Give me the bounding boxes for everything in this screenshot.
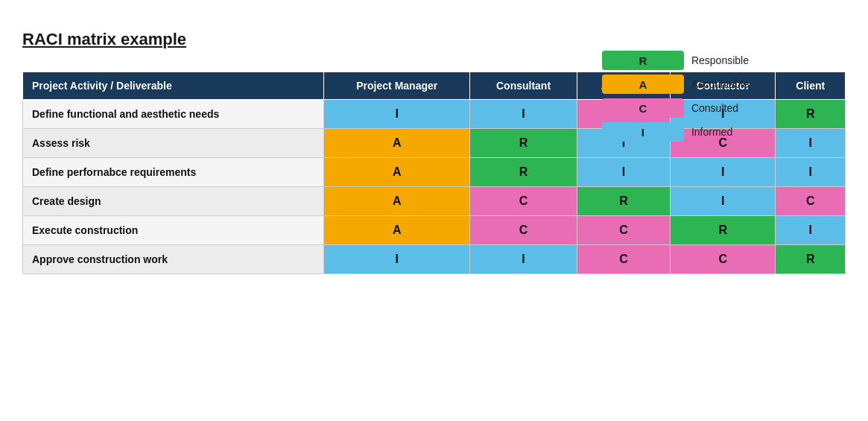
- activity-cell-4: Execute construction: [23, 216, 324, 245]
- legend: RResponsibleAAccountableCConsultedIInfor…: [602, 51, 749, 142]
- activity-cell-3: Create design: [23, 187, 324, 216]
- raci-cell-r5-c0: I: [324, 245, 470, 274]
- raci-cell-r3-c1: C: [470, 187, 577, 216]
- raci-cell-r2-c4: I: [776, 158, 846, 187]
- legend-item-a: AAccountable: [602, 75, 749, 94]
- raci-cell-r3-c4: C: [776, 187, 846, 216]
- raci-cell-r0-c4: R: [776, 100, 846, 129]
- activity-cell-5: Approve construction work: [23, 245, 324, 274]
- legend-label-i: Informed: [691, 126, 732, 138]
- legend-item-r: RResponsible: [602, 51, 749, 70]
- activity-cell-0: Define functional and aesthetic needs: [23, 100, 324, 129]
- col-header-2: Consultant: [470, 72, 577, 100]
- raci-cell-r3-c0: A: [324, 187, 470, 216]
- raci-cell-r5-c1: I: [470, 245, 577, 274]
- activity-cell-2: Define perfornabce requirements: [23, 158, 324, 187]
- activity-cell-1: Assess risk: [23, 129, 324, 158]
- legend-item-i: IInformed: [602, 122, 749, 142]
- raci-cell-r4-c2: C: [577, 216, 670, 245]
- raci-cell-r5-c2: C: [577, 245, 670, 274]
- raci-cell-r2-c3: I: [671, 158, 776, 187]
- raci-cell-r5-c3: C: [671, 245, 776, 274]
- raci-cell-r2-c2: I: [577, 158, 670, 187]
- legend-badge-r: R: [602, 51, 684, 70]
- raci-cell-r0-c1: I: [470, 100, 577, 129]
- table-row: Execute constructionACCRI: [23, 216, 846, 245]
- raci-cell-r1-c1: R: [470, 129, 577, 158]
- col-header-5: Client: [776, 72, 846, 100]
- raci-cell-r5-c4: R: [776, 245, 846, 274]
- raci-cell-r2-c1: R: [470, 158, 577, 187]
- legend-label-c: Consulted: [691, 102, 738, 114]
- page-title: RACI matrix example: [22, 30, 846, 49]
- legend-badge-i: I: [602, 122, 684, 142]
- legend-label-a: Accountable: [691, 78, 749, 90]
- raci-cell-r0-c0: I: [324, 100, 470, 129]
- raci-cell-r1-c4: I: [776, 129, 846, 158]
- legend-label-r: Responsible: [691, 54, 749, 66]
- table-row: Create designACRIC: [23, 187, 846, 216]
- raci-cell-r4-c3: R: [671, 216, 776, 245]
- raci-cell-r2-c0: A: [324, 158, 470, 187]
- legend-badge-c: C: [602, 98, 684, 118]
- table-row: Define perfornabce requirementsARIII: [23, 158, 846, 187]
- raci-cell-r4-c1: C: [470, 216, 577, 245]
- raci-cell-r3-c2: R: [577, 187, 670, 216]
- legend-item-c: CConsulted: [602, 98, 749, 118]
- raci-cell-r1-c0: A: [324, 129, 470, 158]
- col-header-1: Project Manager: [324, 72, 470, 100]
- raci-cell-r3-c3: I: [671, 187, 776, 216]
- col-header-0: Project Activity / Deliverable: [23, 72, 324, 100]
- raci-cell-r4-c0: A: [324, 216, 470, 245]
- legend-badge-a: A: [602, 75, 684, 94]
- table-row: Approve construction workIICCR: [23, 245, 846, 274]
- raci-cell-r4-c4: I: [776, 216, 846, 245]
